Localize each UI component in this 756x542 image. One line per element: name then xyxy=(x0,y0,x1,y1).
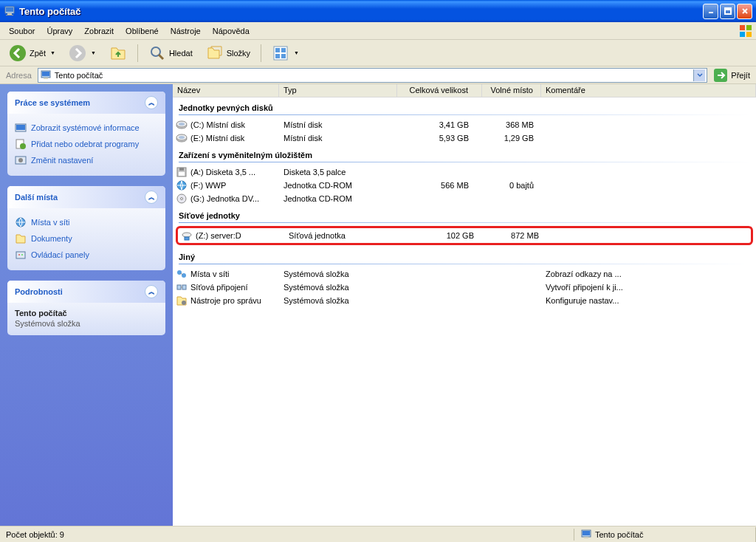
svg-rect-49 xyxy=(185,237,189,240)
svg-rect-27 xyxy=(16,125,25,130)
svg-rect-20 xyxy=(275,54,280,58)
column-type[interactable]: Typ xyxy=(279,84,397,97)
sidebar-box-header[interactable]: Práce se systémem ︽ xyxy=(7,92,165,114)
computer-icon xyxy=(40,69,52,81)
menu-view[interactable]: Zobrazit xyxy=(78,24,120,38)
column-size[interactable]: Celková velikost xyxy=(397,84,482,97)
sidebar-box-details: Podrobnosti ︽ Tento počítač Systémová sl… xyxy=(7,281,165,335)
list-item[interactable]: (E:) Místní diskMístní disk5,93 GB1,29 G… xyxy=(173,131,756,145)
svg-rect-59 xyxy=(584,537,588,538)
column-name[interactable]: Název xyxy=(173,84,279,97)
address-value: Tento počítač xyxy=(55,71,693,80)
svg-rect-24 xyxy=(44,78,48,79)
views-button[interactable]: ▼ xyxy=(267,42,303,64)
list-item[interactable]: (C:) Místní diskMístní disk3,41 GB368 MB xyxy=(173,118,756,131)
sidebar-link-documents[interactable]: Dokumenty xyxy=(15,230,158,247)
folders-button[interactable]: Složky xyxy=(202,42,255,64)
column-free[interactable]: Volné místo xyxy=(482,84,541,97)
menu-tools[interactable]: Nástroje xyxy=(165,24,207,38)
address-field[interactable]: Tento počítač xyxy=(38,68,707,83)
back-dropdown-icon[interactable]: ▼ xyxy=(50,50,55,55)
svg-rect-3 xyxy=(6,15,13,16)
sidebar-box-header[interactable]: Podrobnosti ︽ xyxy=(7,281,165,303)
menu-help[interactable]: Nápověda xyxy=(207,24,255,38)
list-item[interactable]: (F:) WWPJednotka CD-ROM566 MB0 bajtů xyxy=(173,179,756,192)
go-button[interactable]: Přejít xyxy=(710,66,753,84)
views-dropdown-icon[interactable]: ▼ xyxy=(294,50,299,55)
svg-rect-1 xyxy=(6,7,13,12)
menu-edit[interactable]: Úpravy xyxy=(41,24,78,38)
item-type: Systémová složka xyxy=(279,296,397,305)
forward-icon xyxy=(69,44,86,62)
sidebar-link-system-info[interactable]: Zobrazit systémové informace xyxy=(15,120,158,136)
column-comment[interactable]: Komentáře xyxy=(541,84,756,97)
list-item[interactable]: (G:) Jednotka DV...Jednotka CD-ROM xyxy=(173,192,756,205)
computer-icon xyxy=(580,529,592,541)
list-item[interactable]: Místa v sítiSystémová složkaZobrazí odka… xyxy=(173,267,756,281)
menu-file[interactable]: Soubor xyxy=(3,24,41,38)
item-size: 566 MB xyxy=(397,181,482,190)
collapse-icon[interactable]: ︽ xyxy=(145,96,158,109)
group-divider xyxy=(179,222,750,223)
svg-point-41 xyxy=(179,136,185,139)
item-free: 368 MB xyxy=(482,120,541,129)
svg-rect-33 xyxy=(16,252,25,258)
documents-icon xyxy=(15,233,27,244)
sidebar-link-add-remove[interactable]: Přidat nebo odebrat programy xyxy=(15,136,158,152)
go-label: Přejít xyxy=(731,71,750,80)
item-type: Místní disk xyxy=(279,134,397,143)
titlebar: Tento počítač xyxy=(0,0,756,22)
toolbar-separator xyxy=(137,44,138,62)
svg-point-47 xyxy=(181,198,183,200)
list-item[interactable]: (A:) Disketa 3,5 ...Disketa 3,5 palce xyxy=(173,165,756,179)
collapse-icon[interactable]: ︽ xyxy=(145,191,158,204)
svg-rect-12 xyxy=(746,32,752,37)
network-icon xyxy=(15,216,27,228)
svg-rect-11 xyxy=(740,32,745,37)
address-dropdown-icon[interactable] xyxy=(693,69,705,81)
back-button[interactable]: Zpět ▼ xyxy=(4,42,60,64)
group-divider xyxy=(179,264,750,264)
item-name: Síťová připojení xyxy=(173,281,279,293)
svg-point-48 xyxy=(182,233,191,237)
collapse-icon[interactable]: ︽ xyxy=(145,285,158,298)
forward-dropdown-icon[interactable]: ▼ xyxy=(91,50,96,55)
menu-favorites[interactable]: Oblíbené xyxy=(120,24,165,38)
minimize-button[interactable] xyxy=(703,4,718,19)
go-icon xyxy=(713,68,728,83)
toolbar-separator xyxy=(261,44,261,62)
group-header: Zařízení s vyměnitelným úložištěm xyxy=(173,145,756,162)
close-button[interactable] xyxy=(737,4,752,19)
item-type: Systémová složka xyxy=(279,283,397,292)
svg-point-14 xyxy=(69,45,86,61)
item-size: 5,93 GB xyxy=(397,134,482,143)
forward-button[interactable]: ▼ xyxy=(64,42,100,64)
back-icon xyxy=(9,44,27,62)
sidebar-link-control-panel[interactable]: Ovládací panely xyxy=(15,247,158,263)
item-type: Místní disk xyxy=(279,120,397,129)
item-name: (A:) Disketa 3,5 ... xyxy=(173,166,279,178)
list-item[interactable]: (Z:) server:DSíťová jednotka102 GB872 MB xyxy=(176,226,753,245)
item-type: Jednotka CD-ROM xyxy=(279,194,397,203)
item-name: (G:) Jednotka DV... xyxy=(173,193,279,205)
content-area: Název Typ Celková velikost Volné místo K… xyxy=(173,84,756,526)
maximize-button[interactable] xyxy=(720,4,735,19)
group-header: Jiný xyxy=(173,247,756,264)
item-type: Síťová jednotka xyxy=(284,231,402,240)
sidebar-box-header[interactable]: Další místa ︽ xyxy=(7,186,165,208)
list-item[interactable]: Síťová připojeníSystémová složkaVytvoří … xyxy=(173,281,756,294)
sidebar-link-network-places[interactable]: Místa v síti xyxy=(15,214,158,230)
search-button[interactable]: Hledat xyxy=(144,42,197,64)
search-icon xyxy=(148,44,166,62)
list-item[interactable]: Nástroje pro správuSystémová složkaKonfi… xyxy=(173,294,756,307)
item-name: (F:) WWP xyxy=(173,179,279,191)
up-button[interactable] xyxy=(105,42,131,64)
svg-rect-53 xyxy=(177,285,181,289)
item-free: 1,29 GB xyxy=(482,134,541,143)
svg-point-56 xyxy=(182,301,186,305)
sidebar-link-label: Přidat nebo odebrat programy xyxy=(31,140,139,148)
item-type: Jednotka CD-ROM xyxy=(279,181,397,190)
sidebar-box-system-tasks: Práce se systémem ︽ Zobrazit systémové i… xyxy=(7,92,165,176)
sidebar-link-settings[interactable]: Změnit nastavení xyxy=(15,152,158,168)
details-name: Tento počítač xyxy=(15,309,158,318)
